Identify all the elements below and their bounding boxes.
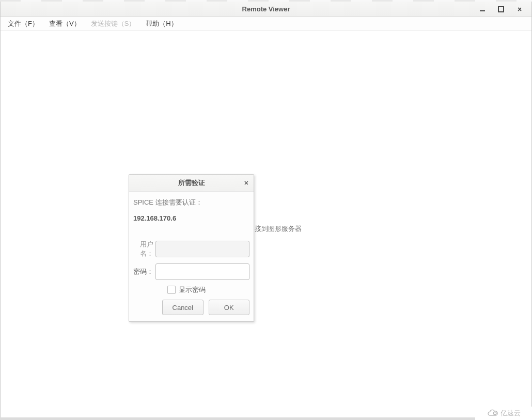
show-password-row[interactable]: 显示密码 bbox=[167, 285, 249, 294]
close-icon: × bbox=[244, 179, 248, 187]
show-password-checkbox[interactable] bbox=[167, 286, 176, 294]
show-password-label: 显示密码 bbox=[179, 285, 206, 294]
dialog-titlebar[interactable]: 所需验证 × bbox=[129, 175, 254, 192]
dialog-body: SPICE 连接需要认证： 192.168.170.6 用户名： 密码： 显示密… bbox=[129, 192, 254, 321]
password-input[interactable] bbox=[155, 263, 249, 280]
titlebar[interactable]: Remote Viewer × bbox=[1, 2, 531, 17]
maximize-icon bbox=[498, 6, 504, 12]
cloud-icon bbox=[487, 409, 498, 417]
connecting-text-fragment: 接到图形服务器 bbox=[255, 224, 302, 234]
window-controls: × bbox=[478, 2, 529, 17]
cancel-button-label: Cancel bbox=[173, 304, 193, 312]
minimize-icon bbox=[480, 7, 485, 11]
menu-help[interactable]: 帮助（H） bbox=[140, 18, 182, 30]
dialog-host: 192.168.170.6 bbox=[133, 214, 249, 222]
dialog-buttons: Cancel OK bbox=[162, 300, 249, 315]
auth-dialog: 所需验证 × SPICE 连接需要认证： 192.168.170.6 用户名： … bbox=[129, 174, 254, 322]
svg-point-0 bbox=[493, 412, 496, 415]
password-label: 密码： bbox=[133, 267, 155, 276]
watermark-text: 亿速云 bbox=[500, 409, 521, 418]
username-row: 用户名： bbox=[133, 240, 249, 258]
dialog-close-button[interactable]: × bbox=[244, 179, 248, 187]
ok-button[interactable]: OK bbox=[209, 300, 250, 315]
ok-button-label: OK bbox=[224, 304, 234, 312]
watermark: 亿速云 bbox=[475, 407, 532, 420]
menu-file[interactable]: 文件（F） bbox=[3, 18, 44, 30]
viewport: 接到图形服务器 所需验证 × SPICE 连接需要认证： 192.168.170… bbox=[1, 31, 531, 419]
menu-sendkeys: 发送按键（S） bbox=[86, 18, 141, 30]
menu-view[interactable]: 查看（V） bbox=[44, 18, 86, 30]
menubar: 文件（F） 查看（V） 发送按键（S） 帮助（H） bbox=[1, 17, 531, 31]
password-row: 密码： bbox=[133, 263, 249, 280]
close-button[interactable]: × bbox=[515, 5, 524, 14]
username-input bbox=[155, 241, 249, 257]
close-icon: × bbox=[518, 6, 522, 13]
window-title: Remote Viewer bbox=[242, 5, 290, 13]
bottom-strip bbox=[0, 417, 532, 420]
dialog-title: 所需验证 bbox=[178, 178, 205, 188]
dialog-message: SPICE 连接需要认证： bbox=[133, 198, 249, 207]
minimize-button[interactable] bbox=[478, 5, 487, 14]
username-label: 用户名： bbox=[133, 240, 155, 258]
cancel-button[interactable]: Cancel bbox=[162, 300, 204, 315]
main-window: Remote Viewer × 文件（F） 查看（V） 发送按键（S） 帮助（H… bbox=[0, 2, 532, 420]
maximize-button[interactable] bbox=[496, 5, 506, 14]
